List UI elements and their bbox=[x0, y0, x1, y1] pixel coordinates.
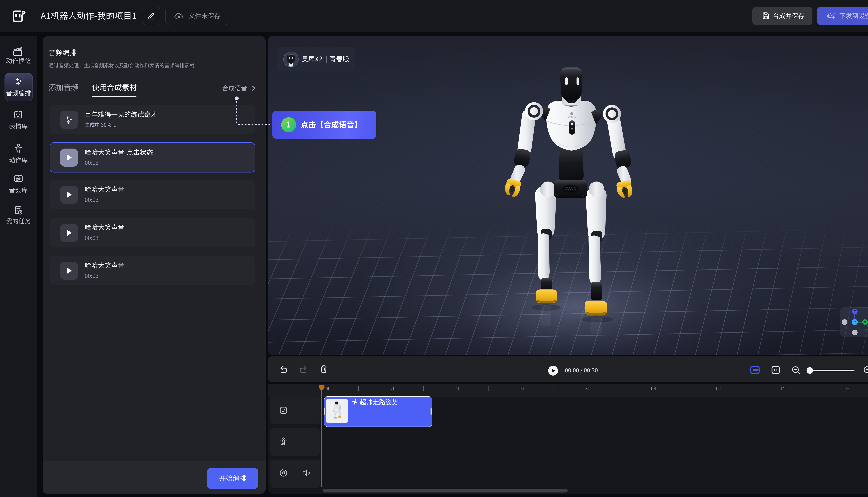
svg-text:X: X bbox=[864, 320, 866, 324]
svg-text:Z: Z bbox=[854, 309, 856, 314]
svg-text:Y: Y bbox=[854, 320, 856, 324]
svg-text:UNITREE: UNITREE bbox=[568, 116, 576, 118]
